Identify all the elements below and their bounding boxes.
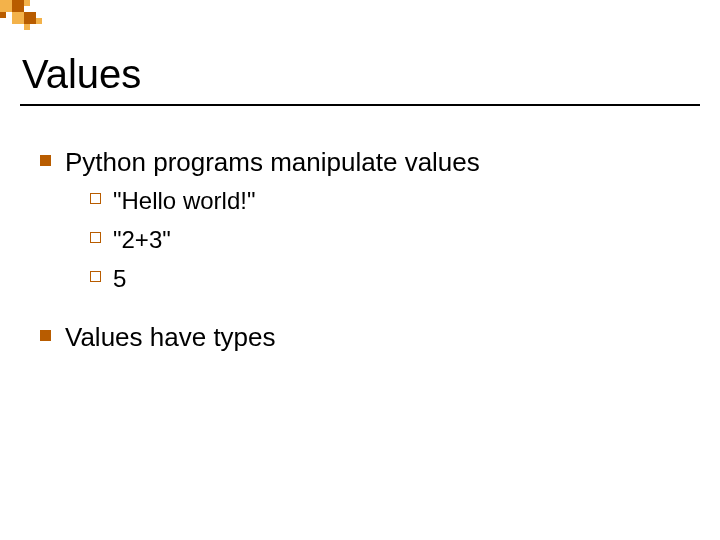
hollow-square-bullet-icon — [90, 193, 101, 204]
logo-square — [0, 0, 12, 12]
bullet-level2: "2+3" — [90, 223, 680, 258]
logo-square — [12, 12, 24, 24]
logo-square — [36, 18, 42, 24]
bullet-text: Python programs manipulate values — [65, 145, 680, 180]
logo-square — [0, 12, 6, 18]
bullet-level1: Values have types — [40, 320, 680, 355]
logo-square — [24, 24, 30, 30]
title-underline — [20, 104, 700, 106]
bullet-level2: "Hello world!" — [90, 184, 680, 219]
hollow-square-bullet-icon — [90, 271, 101, 282]
corner-logo — [0, 0, 60, 35]
square-bullet-icon — [40, 155, 51, 166]
logo-square — [12, 0, 24, 12]
square-bullet-icon — [40, 330, 51, 341]
bullet-level1: Python programs manipulate values"Hello … — [40, 145, 680, 296]
logo-square — [24, 12, 36, 24]
sub-bullet-text: "Hello world!" — [113, 184, 255, 219]
hollow-square-bullet-icon — [90, 232, 101, 243]
logo-square — [24, 0, 30, 6]
sub-bullet-text: "2+3" — [113, 223, 171, 258]
bullet-level2: 5 — [90, 262, 680, 297]
slide-body: Python programs manipulate values"Hello … — [40, 145, 680, 362]
slide-title: Values — [22, 52, 141, 97]
sub-bullet-text: 5 — [113, 262, 126, 297]
bullet-text: Values have types — [65, 320, 680, 355]
